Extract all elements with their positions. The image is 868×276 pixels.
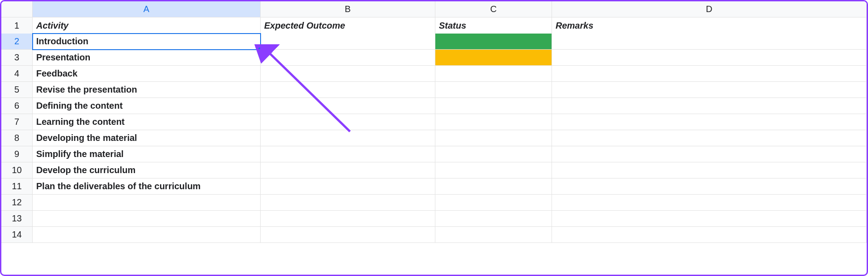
cell-a2[interactable]: Introduction xyxy=(33,34,261,50)
cell-a11[interactable]: Plan the deliverables of the curriculum xyxy=(33,178,261,195)
cell-a4[interactable]: Feedback xyxy=(33,66,261,82)
cell-a12[interactable] xyxy=(33,195,261,211)
cell-b1[interactable]: Expected Outcome xyxy=(261,17,435,34)
cell-c3[interactable] xyxy=(435,50,552,66)
row-header-12[interactable]: 12 xyxy=(1,195,33,211)
cell-b2[interactable] xyxy=(261,34,435,50)
cell-a10[interactable]: Develop the curriculum xyxy=(33,162,261,178)
cell-b14[interactable] xyxy=(261,227,435,243)
cell-a8[interactable]: Developing the material xyxy=(33,130,261,146)
cell-a1[interactable]: Activity xyxy=(33,17,261,34)
row-header-3[interactable]: 3 xyxy=(1,50,33,66)
cell-a6[interactable]: Defining the content xyxy=(33,98,261,114)
cell-b4[interactable] xyxy=(261,66,435,82)
cell-c10[interactable] xyxy=(435,162,552,178)
cell-d4[interactable] xyxy=(552,66,867,82)
cell-b5[interactable] xyxy=(261,82,435,98)
cell-d11[interactable] xyxy=(552,178,867,195)
cell-d8[interactable] xyxy=(552,130,867,146)
cell-c11[interactable] xyxy=(435,178,552,195)
row-header-4[interactable]: 4 xyxy=(1,66,33,82)
col-header-d[interactable]: D xyxy=(552,1,867,17)
cell-c2[interactable] xyxy=(435,34,552,50)
row-header-8[interactable]: 8 xyxy=(1,130,33,146)
spreadsheet-grid: A B C D 1 Activity Expected Outcome Stat… xyxy=(1,1,867,243)
cell-a7[interactable]: Learning the content xyxy=(33,114,261,130)
row-header-14[interactable]: 14 xyxy=(1,227,33,243)
cell-c14[interactable] xyxy=(435,227,552,243)
col-header-a[interactable]: A xyxy=(33,1,261,17)
cell-b6[interactable] xyxy=(261,98,435,114)
cell-c9[interactable] xyxy=(435,146,552,162)
cell-c8[interactable] xyxy=(435,130,552,146)
cell-c13[interactable] xyxy=(435,211,552,227)
cell-d12[interactable] xyxy=(552,195,867,211)
row-header-13[interactable]: 13 xyxy=(1,211,33,227)
row-header-6[interactable]: 6 xyxy=(1,98,33,114)
cell-b12[interactable] xyxy=(261,195,435,211)
cell-a9[interactable]: Simplify the material xyxy=(33,146,261,162)
cell-d7[interactable] xyxy=(552,114,867,130)
select-all-corner[interactable] xyxy=(1,1,33,17)
cell-b10[interactable] xyxy=(261,162,435,178)
cell-a14[interactable] xyxy=(33,227,261,243)
cell-d3[interactable] xyxy=(552,50,867,66)
cell-a3[interactable]: Presentation xyxy=(33,50,261,66)
row-header-7[interactable]: 7 xyxy=(1,114,33,130)
cell-c4[interactable] xyxy=(435,66,552,82)
cell-b8[interactable] xyxy=(261,130,435,146)
cell-d5[interactable] xyxy=(552,82,867,98)
cell-c1[interactable]: Status xyxy=(435,17,552,34)
cell-c5[interactable] xyxy=(435,82,552,98)
cell-d2[interactable] xyxy=(552,34,867,50)
cell-d6[interactable] xyxy=(552,98,867,114)
fill-handle[interactable] xyxy=(258,47,261,50)
row-header-11[interactable]: 11 xyxy=(1,178,33,195)
cell-c7[interactable] xyxy=(435,114,552,130)
row-header-1[interactable]: 1 xyxy=(1,17,33,34)
row-header-2[interactable]: 2 xyxy=(1,34,33,50)
col-header-b[interactable]: B xyxy=(261,1,435,17)
row-header-10[interactable]: 10 xyxy=(1,162,33,178)
cell-d13[interactable] xyxy=(552,211,867,227)
cell-d9[interactable] xyxy=(552,146,867,162)
cell-b9[interactable] xyxy=(261,146,435,162)
cell-d10[interactable] xyxy=(552,162,867,178)
cell-c12[interactable] xyxy=(435,195,552,211)
row-header-9[interactable]: 9 xyxy=(1,146,33,162)
col-header-c[interactable]: C xyxy=(435,1,552,17)
row-header-5[interactable]: 5 xyxy=(1,82,33,98)
cell-b13[interactable] xyxy=(261,211,435,227)
cell-a2-text: Introduction xyxy=(36,36,88,47)
cell-a5[interactable]: Revise the presentation xyxy=(33,82,261,98)
cell-b11[interactable] xyxy=(261,178,435,195)
cell-c6[interactable] xyxy=(435,98,552,114)
cell-b7[interactable] xyxy=(261,114,435,130)
cell-d1[interactable]: Remarks xyxy=(552,17,867,34)
cell-b3[interactable] xyxy=(261,50,435,66)
cell-a13[interactable] xyxy=(33,211,261,227)
cell-d14[interactable] xyxy=(552,227,867,243)
